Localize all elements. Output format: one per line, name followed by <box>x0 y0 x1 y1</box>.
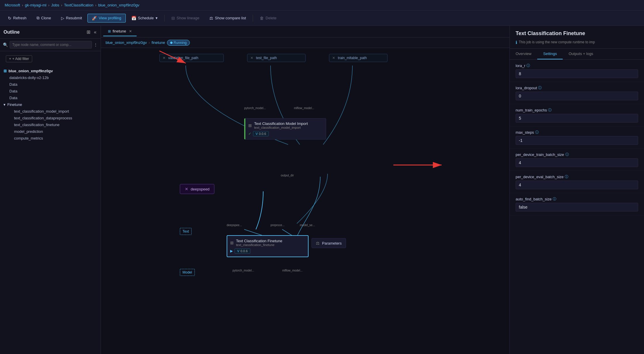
sidebar-item-finetune-sub[interactable]: text_classification_finetune <box>0 121 101 128</box>
schedule-label: Schedule <box>138 16 154 20</box>
status-badge: Running <box>167 40 190 46</box>
params-icon: ⚖ <box>316 241 320 245</box>
input-validation[interactable]: ✕ validation_file_path <box>159 54 224 62</box>
breadcrumb-run[interactable]: blue_onion_xmpf9nz0gv <box>98 3 140 7</box>
sidebar-item-data1[interactable]: Data <box>0 81 101 88</box>
sidebar-item-data2[interactable]: Data <box>0 88 101 94</box>
sidebar-item-metrics[interactable]: compute_metrics <box>0 135 101 142</box>
right-panel-title: Text Classification Finetune <box>510 26 644 39</box>
add-filter-icon: + <box>9 57 11 61</box>
param-lora-r-value: 8 <box>516 69 638 78</box>
canvas-breadcrumb-child[interactable]: finetune <box>151 40 165 45</box>
param-per-device-eval-value: 4 <box>516 181 638 189</box>
view-profiling-button[interactable]: 🚀 View profiling <box>87 14 125 23</box>
resubmit-button[interactable]: ▷ Resubmit <box>57 14 87 23</box>
param-num-train-epochs-label: num_train_epochs ⓘ <box>516 108 638 113</box>
tab-label: finetune <box>113 29 126 33</box>
input-test[interactable]: ✕ test_file_path <box>247 54 306 62</box>
model-import-node[interactable]: ⊞ Text Classification Model Import text_… <box>244 118 326 140</box>
finetune-header: ⊞ Text Classification Finetune text_clas… <box>230 239 305 247</box>
sidebar-item-databricks[interactable]: databricks-dolly-v2-12b <box>0 74 101 81</box>
refresh-button[interactable]: ↻ Refresh <box>4 14 31 23</box>
annotation-arrows <box>101 48 509 354</box>
sidebar-graph-icon[interactable]: ⊞ <box>86 29 91 35</box>
tab-outputs-label: Outputs + logs <box>569 51 593 56</box>
show-compare-button[interactable]: ⚖ Show compare list <box>205 14 250 23</box>
schedule-button[interactable]: 📅 Schedule ▾ <box>127 14 162 23</box>
tab-outputs[interactable]: Outputs + logs <box>563 49 599 59</box>
canvas-graph[interactable]: ✕ validation_file_path ✕ test_file_path … <box>101 48 509 354</box>
sidebar-item-finetune[interactable]: ▾ Finetune <box>0 101 101 108</box>
finetune-node[interactable]: ⊞ Text Classification Finetune text_clas… <box>227 235 309 257</box>
search-icon: 🔍 <box>3 42 8 47</box>
show-lineage-button[interactable]: ⊟ Show lineage <box>167 14 204 23</box>
canvas-tab-finetune[interactable]: ⊞ finetune ✕ <box>103 27 137 36</box>
canvas-tabs: ⊞ finetune ✕ <box>101 26 509 37</box>
test-icon: ✕ <box>250 56 253 60</box>
breadcrumb-bar: Microsoft › gk-miyagi-ml › Jobs › TextCl… <box>0 0 644 11</box>
param-num-train-epochs-value: 5 <box>516 114 638 123</box>
sidebar-collapse-button[interactable]: « <box>93 29 97 35</box>
param-lora-dropout: lora_dropout ⓘ 0 <box>510 82 644 104</box>
show-lineage-label: Show lineage <box>177 16 199 20</box>
deepspeed-node[interactable]: ✕ deepspeed <box>180 184 214 194</box>
canvas-area[interactable]: ⊞ finetune ✕ blue_onion_xmpf9nz0gv › fin… <box>101 26 509 354</box>
param-per-device-eval-info[interactable]: ⓘ <box>565 174 568 179</box>
canvas-breadcrumb-parent[interactable]: blue_onion_xmpf9nz0gv <box>106 40 147 45</box>
canvas-svg-lines <box>101 48 509 354</box>
view-profiling-label: View profiling <box>99 16 121 20</box>
sidebar-item-data3[interactable]: Data <box>0 94 101 101</box>
param-num-train-epochs: num_train_epochs ⓘ 5 <box>510 104 644 126</box>
test-label: test_file_path <box>256 56 277 60</box>
finetune-icon: ⊞ <box>230 240 234 245</box>
sidebar-item-datapreprocess[interactable]: text_classification_datapreprocess <box>0 115 101 121</box>
filter-icon[interactable]: ⋮ <box>94 42 98 47</box>
resubmit-icon: ▷ <box>61 16 64 20</box>
tab-settings[interactable]: Settings <box>537 49 563 59</box>
breadcrumb-microsoft[interactable]: Microsoft <box>5 3 20 7</box>
tab-settings-label: Settings <box>543 51 557 56</box>
param-per-device-train-value: 4 <box>516 158 638 167</box>
prediction-label: model_prediction <box>14 129 43 134</box>
param-lora-dropout-info[interactable]: ⓘ <box>538 85 542 90</box>
add-filter-label: + Add filter <box>12 57 29 61</box>
param-auto-find-batch-info[interactable]: ⓘ <box>553 197 556 202</box>
model-import-title: Text Classification Model Import <box>254 121 308 126</box>
param-per-device-train: per_device_train_batch_size ⓘ 4 <box>510 149 644 171</box>
lineage-icon: ⊟ <box>171 16 175 20</box>
breadcrumb-workspace[interactable]: gk-miyagi-ml <box>25 3 47 7</box>
add-filter-button[interactable]: + + Add filter <box>6 55 32 62</box>
sidebar-item-root[interactable]: ⊞ blue_onion_xmpf9nz0gv <box>0 68 101 74</box>
databricks-label: databricks-dolly-v2-12b <box>9 75 49 80</box>
main-layout: Outline ⊞ « 🔍 ⋮ + + Add filter ⊞ blue_on… <box>0 26 644 354</box>
param-num-train-epochs-info[interactable]: ⓘ <box>548 108 552 113</box>
search-input[interactable] <box>10 41 92 49</box>
breadcrumb-jobs[interactable]: Jobs <box>51 3 59 7</box>
deepspeed-label: deepspeed <box>191 187 209 191</box>
param-max-steps-info[interactable]: ⓘ <box>535 130 539 135</box>
params-node[interactable]: ⚖ Parameters <box>311 238 346 248</box>
metrics-label: compute_metrics <box>14 136 43 140</box>
tab-overview[interactable]: Overview <box>510 49 537 59</box>
tab-close-icon[interactable]: ✕ <box>129 29 132 33</box>
param-per-device-train-info[interactable]: ⓘ <box>565 152 569 157</box>
finetune-version-row: ▶ V 0.0.6 <box>230 248 305 254</box>
compare-icon: ⚖ <box>209 16 213 20</box>
param-lora-dropout-value: 0 <box>516 92 638 100</box>
finetune-label: Finetune <box>7 102 22 107</box>
sidebar-item-model-import[interactable]: text_classification_model_import <box>0 108 101 115</box>
refresh-label: Refresh <box>13 16 27 20</box>
sidebar-item-prediction[interactable]: model_prediction <box>0 128 101 135</box>
param-lora-r-info[interactable]: ⓘ <box>526 63 530 68</box>
delete-button[interactable]: 🗑 Delete <box>255 14 281 23</box>
breadcrumb-textclassification[interactable]: TextClassification <box>64 3 93 7</box>
sep3: › <box>61 3 62 7</box>
param-lora-dropout-label: lora_dropout ⓘ <box>516 85 638 90</box>
root-label: blue_onion_xmpf9nz0gv <box>8 69 53 73</box>
clone-button[interactable]: ⧉ Clone <box>32 13 56 23</box>
show-compare-label: Show compare list <box>215 16 246 20</box>
right-panel-info: ℹ This job is using the new compute runt… <box>510 39 644 49</box>
input-train[interactable]: ✕ train_mltable_path <box>329 54 388 62</box>
param-per-device-eval: per_device_eval_batch_size ⓘ 4 <box>510 171 644 193</box>
validation-icon: ✕ <box>163 56 166 60</box>
